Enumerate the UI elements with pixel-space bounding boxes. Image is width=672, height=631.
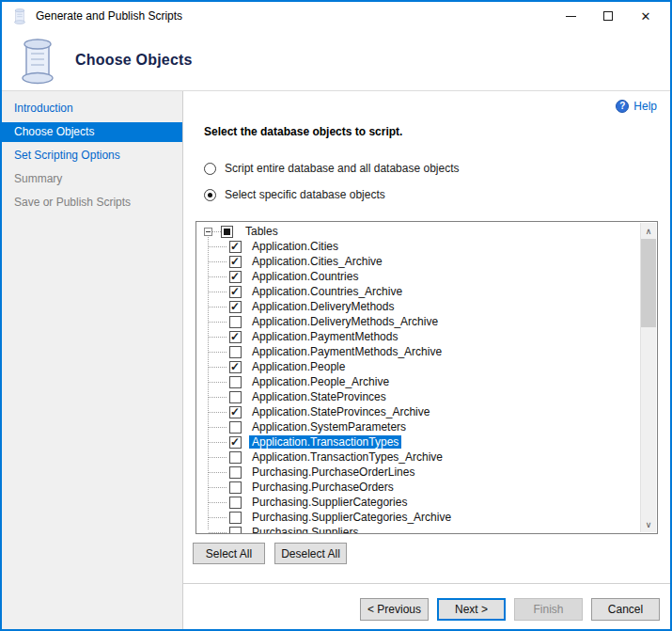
scrollbar-thumb[interactable] <box>641 239 656 327</box>
scroll-down-button[interactable]: ∨ <box>641 516 656 532</box>
tree-item-label: Application.People <box>249 360 348 373</box>
tree-item[interactable]: Application.People <box>196 359 640 374</box>
help-link[interactable]: ? Help <box>616 98 657 114</box>
tree-item-checkbox[interactable] <box>229 271 242 283</box>
deselect-all-button[interactable]: Deselect All <box>274 543 347 564</box>
select-all-button[interactable]: Select All <box>193 543 265 564</box>
tree-item[interactable]: Application.StateProvinces <box>196 389 640 404</box>
tree-item[interactable]: Application.StateProvinces_Archive <box>196 404 640 419</box>
tree-item[interactable]: Purchasing.PurchaseOrders <box>196 480 640 495</box>
tree-item[interactable]: Application.Countries <box>196 269 640 284</box>
scroll-icon <box>11 8 28 24</box>
tree-scrollbar[interactable]: ∧ ∨ <box>640 223 656 532</box>
tree-item-checkbox[interactable] <box>229 421 242 434</box>
tree-item[interactable]: Application.PaymentMethods_Archive <box>196 344 640 359</box>
tree-item-checkbox[interactable] <box>229 527 242 535</box>
tree-root-checkbox[interactable] <box>221 226 233 238</box>
tree-item-checkbox[interactable] <box>229 391 242 403</box>
tree-item[interactable]: Application.TransactionTypes_Archive <box>196 450 640 465</box>
tree-item[interactable]: Application.Cities_Archive <box>196 254 640 269</box>
minimize-icon <box>566 16 576 17</box>
radio-label: Select specific database objects <box>225 188 385 201</box>
tree-item-checkbox[interactable] <box>229 316 242 328</box>
tree-root-label: Tables <box>242 225 281 238</box>
tree-item-label: Application.PaymentMethods_Archive <box>249 345 445 358</box>
window-controls: ✕ <box>552 2 664 30</box>
radio-select-specific-database-objects[interactable]: Select specific database objects <box>204 187 670 202</box>
tree-item[interactable]: Application.Cities <box>196 239 640 254</box>
sidebar-item-save-or-publish-scripts[interactable]: Save or Publish Scripts <box>2 193 182 213</box>
tree-item[interactable]: Application.DeliveryMethods <box>196 299 640 314</box>
tree-item-label: Application.DeliveryMethods_Archive <box>249 315 441 328</box>
tree-item-checkbox[interactable] <box>229 241 242 253</box>
radio-group: Script entire database and all database … <box>204 161 670 213</box>
tree-item-label: Application.Cities_Archive <box>249 255 385 268</box>
sidebar-item-choose-objects[interactable]: Choose Objects <box>2 122 182 142</box>
tree-item-checkbox[interactable] <box>229 481 242 494</box>
tree-item-checkbox[interactable] <box>229 301 242 313</box>
tree-item[interactable]: Application.SystemParameters <box>196 419 640 434</box>
tree-item-label: Purchasing.SupplierCategories_Archive <box>249 511 454 524</box>
help-label: Help <box>633 100 657 113</box>
tree-item[interactable]: Purchasing.SupplierCategories <box>196 495 640 510</box>
tree-item-checkbox[interactable] <box>229 466 242 479</box>
sidebar-item-set-scripting-options[interactable]: Set Scripting Options <box>2 146 182 166</box>
objects-tree: TablesApplication.CitiesApplication.Citi… <box>195 221 658 534</box>
tree-item-checkbox[interactable] <box>229 361 242 373</box>
tree-item-label: Application.Cities <box>249 240 341 253</box>
selection-buttons: Select All Deselect All <box>193 543 670 564</box>
page-title: Choose Objects <box>75 52 193 69</box>
tree-item-label: Application.People_Archive <box>249 375 392 388</box>
tree-item-label: Application.Countries <box>249 270 361 283</box>
tree-item-checkbox[interactable] <box>229 346 242 358</box>
tree-item-checkbox[interactable] <box>229 451 242 464</box>
tree-item-checkbox[interactable] <box>229 286 242 298</box>
tree-item[interactable]: Purchasing.SupplierCategories_Archive <box>196 510 640 525</box>
tree-item[interactable]: Purchasing.Suppliers <box>196 525 640 534</box>
scroll-up-button[interactable]: ∧ <box>641 223 656 239</box>
tree-item[interactable]: Application.Countries_Archive <box>196 284 640 299</box>
minimize-button[interactable] <box>552 2 589 30</box>
sidebar-item-summary[interactable]: Summary <box>2 169 182 189</box>
tree-item-checkbox[interactable] <box>229 406 242 418</box>
sidebar-item-introduction[interactable]: Introduction <box>2 99 182 118</box>
radio-button-icon[interactable] <box>204 189 216 201</box>
tree-item-checkbox[interactable] <box>229 436 242 449</box>
close-icon: ✕ <box>641 10 651 23</box>
tree-item[interactable]: Application.People_Archive <box>196 374 640 389</box>
tree-item-label: Application.Countries_Archive <box>249 285 405 298</box>
footer-buttons: < PreviousNext >FinishCancel <box>183 584 670 629</box>
tree-root-row[interactable]: Tables <box>196 224 640 239</box>
close-button[interactable]: ✕ <box>627 2 664 30</box>
next-button[interactable]: Next > <box>437 598 506 621</box>
radio-button-icon[interactable] <box>204 163 216 175</box>
cancel-button[interactable]: Cancel <box>591 598 660 621</box>
sidebar: IntroductionChoose ObjectsSet Scripting … <box>2 91 183 629</box>
wizard-window: Generate and Publish Scripts ✕ Choose Ob… <box>0 0 672 631</box>
help-icon: ? <box>616 100 629 113</box>
tree-connector <box>212 231 221 232</box>
tree-rows: TablesApplication.CitiesApplication.Citi… <box>196 224 640 534</box>
tree-item-checkbox[interactable] <box>229 256 242 268</box>
tree-item-label: Application.TransactionTypes_Archive <box>249 450 445 464</box>
section-heading: Select the database objects to script. <box>204 125 670 138</box>
maximize-button[interactable] <box>589 2 627 30</box>
finish-button[interactable]: Finish <box>514 598 583 621</box>
tree-item[interactable]: Application.TransactionTypes <box>196 434 640 450</box>
tree-item-label: Application.SystemParameters <box>249 420 409 434</box>
tree-item-label: Application.TransactionTypes <box>249 435 401 449</box>
tree-item-checkbox[interactable] <box>229 512 242 524</box>
tree-item-label: Application.StateProvinces_Archive <box>249 405 432 418</box>
collapse-expander-icon[interactable] <box>204 228 212 236</box>
radio-label: Script entire database and all database … <box>225 162 460 175</box>
previous-button[interactable]: < Previous <box>360 598 429 621</box>
content-pane: ? Help Select the database objects to sc… <box>183 91 670 629</box>
tree-item[interactable]: Purchasing.PurchaseOrderLines <box>196 465 640 480</box>
tree-item[interactable]: Application.PaymentMethods <box>196 329 640 344</box>
tree-item[interactable]: Application.DeliveryMethods_Archive <box>196 314 640 329</box>
tree-item-label: Purchasing.PurchaseOrders <box>249 481 397 494</box>
tree-item-checkbox[interactable] <box>229 331 242 343</box>
tree-item-checkbox[interactable] <box>229 497 242 509</box>
radio-script-entire-database-and-all-database-objects[interactable]: Script entire database and all database … <box>204 161 670 176</box>
tree-item-checkbox[interactable] <box>229 376 242 388</box>
